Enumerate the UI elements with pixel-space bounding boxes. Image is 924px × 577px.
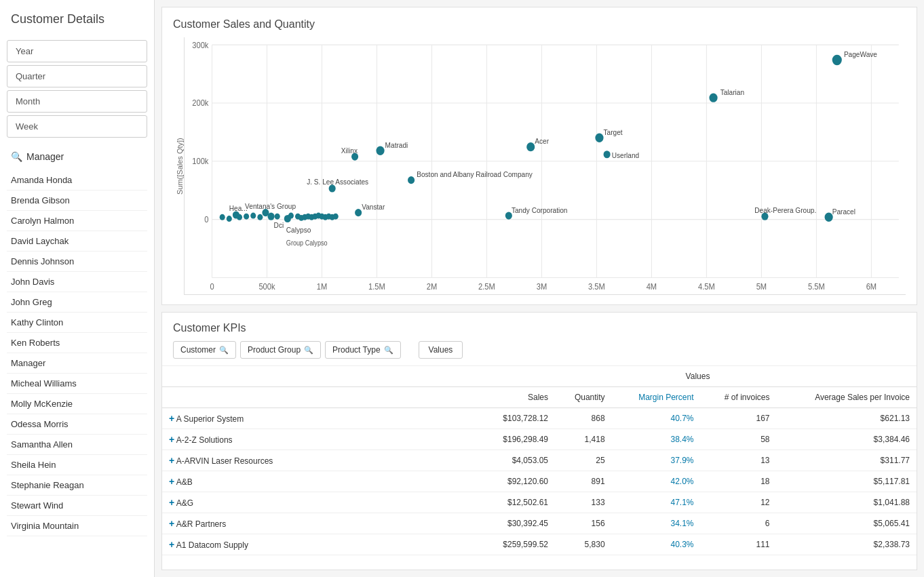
svg-text:500k: 500k bbox=[258, 282, 275, 292]
table-row: + A&B $92,120.60 891 42.0% 18 $5,117.81 bbox=[162, 471, 917, 492]
values-button[interactable]: Values bbox=[419, 341, 463, 359]
chart-title: Customer Sales and Quantity bbox=[173, 18, 906, 31]
expand-button[interactable]: + bbox=[169, 476, 174, 487]
margin-value: 47.1% bbox=[612, 492, 701, 513]
table-row: + A&R Partners $30,392.45 156 34.1% 6 $5… bbox=[162, 513, 917, 534]
product-group-filter-button[interactable]: Product Group 🔍 bbox=[240, 341, 321, 359]
margin-value: 37.9% bbox=[612, 450, 701, 471]
manager-list-item[interactable]: Micheal Williams bbox=[7, 374, 147, 394]
manager-list-item[interactable]: John Greg bbox=[7, 292, 147, 313]
svg-text:2.5M: 2.5M bbox=[478, 282, 495, 292]
col-header-invoices: # of invoices bbox=[701, 387, 777, 408]
search-icon: 🔍 bbox=[11, 151, 22, 162]
avg-sales-value: $621.13 bbox=[777, 408, 917, 429]
manager-list-item[interactable]: David Laychak bbox=[7, 231, 147, 252]
sales-value: $103,728.12 bbox=[479, 408, 555, 429]
invoices-value: 13 bbox=[701, 450, 777, 471]
year-filter[interactable]: Year bbox=[7, 40, 147, 62]
svg-point-58 bbox=[267, 213, 274, 220]
manager-list-item[interactable]: Dennis Johnson bbox=[7, 252, 147, 272]
svg-text:Boston and Albany Railroad Com: Boston and Albany Railroad Company bbox=[417, 170, 533, 179]
avg-sales-value: $2,338.73 bbox=[777, 534, 917, 555]
invoices-value: 12 bbox=[701, 492, 777, 513]
customer-search-icon: 🔍 bbox=[219, 346, 229, 355]
svg-point-38 bbox=[709, 93, 717, 102]
svg-point-71 bbox=[227, 216, 232, 222]
table-row: + A Superior System $103,728.12 868 40.7… bbox=[162, 408, 917, 429]
margin-value: 42.0% bbox=[612, 471, 701, 492]
manager-list-item[interactable]: Amanda Honda bbox=[7, 170, 147, 191]
col-header-margin: Margin Percent bbox=[612, 387, 701, 408]
expand-button[interactable]: + bbox=[169, 434, 174, 445]
manager-list-item[interactable]: Ken Roberts bbox=[7, 333, 147, 353]
manager-list-item[interactable]: Molly McKenzie bbox=[7, 394, 147, 414]
manager-list-item[interactable]: Virginia Mountain bbox=[7, 516, 147, 536]
manager-list-item[interactable]: Manager bbox=[7, 353, 147, 374]
y-axis-label: Sum([Sales Qty]) bbox=[173, 37, 184, 295]
margin-value: 40.7% bbox=[612, 408, 701, 429]
customer-name: A1 Datacom Supply bbox=[176, 540, 248, 550]
svg-text:Talarian: Talarian bbox=[720, 87, 744, 96]
customer-name: A&G bbox=[176, 498, 193, 508]
avg-sales-value: $5,065.41 bbox=[777, 513, 917, 534]
week-filter[interactable]: Week bbox=[7, 115, 147, 138]
col-header-sales: Sales bbox=[479, 387, 555, 408]
manager-list-item[interactable]: Stephanie Reagan bbox=[7, 475, 147, 496]
expand-button[interactable]: + bbox=[169, 455, 174, 466]
svg-text:4M: 4M bbox=[647, 282, 657, 292]
avg-sales-value: $3,384.46 bbox=[777, 429, 917, 450]
manager-list-item[interactable]: Samantha Allen bbox=[7, 435, 147, 455]
customer-name: A&R Partners bbox=[176, 519, 226, 529]
month-filter[interactable]: Month bbox=[7, 90, 147, 113]
svg-text:6M: 6M bbox=[866, 282, 877, 292]
svg-point-40 bbox=[526, 142, 535, 151]
svg-text:5.5M: 5.5M bbox=[808, 282, 825, 292]
manager-list-item[interactable]: John Davis bbox=[7, 272, 147, 292]
sales-value: $30,392.45 bbox=[479, 513, 555, 534]
svg-text:Vanstar: Vanstar bbox=[362, 203, 385, 212]
manager-list-item[interactable]: Carolyn Halmon bbox=[7, 211, 147, 231]
product-type-search-icon: 🔍 bbox=[384, 346, 393, 355]
manager-list-item[interactable]: Stewart Wind bbox=[7, 496, 147, 516]
expand-button[interactable]: + bbox=[169, 518, 174, 529]
expand-button[interactable]: + bbox=[169, 413, 174, 424]
col-header-empty bbox=[162, 387, 479, 408]
svg-point-54 bbox=[355, 209, 362, 216]
avg-sales-value: $5,117.81 bbox=[777, 471, 917, 492]
customer-cell: + A&R Partners bbox=[162, 513, 479, 534]
scatter-chart-svg: .grid-line { stroke: #e8e8e8; stroke-wid… bbox=[185, 37, 906, 294]
quarter-filter[interactable]: Quarter bbox=[7, 65, 147, 87]
table-row: + A1 Datacom Supply $259,599.52 5,830 40… bbox=[162, 534, 917, 555]
sales-value: $92,120.60 bbox=[479, 471, 555, 492]
product-group-filter-label: Product Group bbox=[248, 345, 301, 355]
chart-inner: .grid-line { stroke: #e8e8e8; stroke-wid… bbox=[184, 37, 906, 295]
svg-point-89 bbox=[333, 214, 339, 220]
manager-list-item[interactable]: Sheila Hein bbox=[7, 455, 147, 475]
manager-list-item[interactable]: Brenda Gibson bbox=[7, 191, 147, 211]
manager-list-item[interactable]: Kathy Clinton bbox=[7, 313, 147, 333]
svg-text:Dci: Dci bbox=[274, 220, 284, 229]
kpi-table: Values Sales Quantity Margin Percent # o… bbox=[162, 366, 917, 555]
customer-filter-button[interactable]: Customer 🔍 bbox=[173, 341, 236, 359]
product-type-filter-button[interactable]: Product Type 🔍 bbox=[325, 341, 401, 359]
expand-button[interactable]: + bbox=[169, 539, 174, 550]
margin-value: 34.1% bbox=[612, 513, 701, 534]
quantity-value: 891 bbox=[555, 471, 612, 492]
quantity-value: 25 bbox=[555, 450, 612, 471]
customer-cell: + A-2-Z Solutions bbox=[162, 429, 479, 450]
expand-button[interactable]: + bbox=[169, 497, 174, 508]
svg-text:Paracel: Paracel bbox=[832, 207, 855, 216]
svg-point-50 bbox=[408, 176, 415, 184]
svg-text:200k: 200k bbox=[192, 98, 208, 108]
kpi-title: Customer KPIs bbox=[173, 322, 906, 334]
svg-text:1M: 1M bbox=[317, 282, 327, 292]
col-header-values-group: Values bbox=[479, 366, 917, 387]
kpi-table-container[interactable]: Values Sales Quantity Margin Percent # o… bbox=[162, 366, 917, 570]
col-header-customer bbox=[162, 366, 479, 387]
manager-list-item[interactable]: Odessa Morris bbox=[7, 414, 147, 435]
svg-text:Calypso: Calypso bbox=[286, 225, 311, 234]
customer-filter-label: Customer bbox=[180, 345, 216, 355]
invoices-value: 111 bbox=[701, 534, 777, 555]
manager-list: Amanda HondaBrenda GibsonCarolyn HalmonD… bbox=[0, 170, 154, 570]
customer-name: A-2-Z Solutions bbox=[176, 435, 233, 445]
